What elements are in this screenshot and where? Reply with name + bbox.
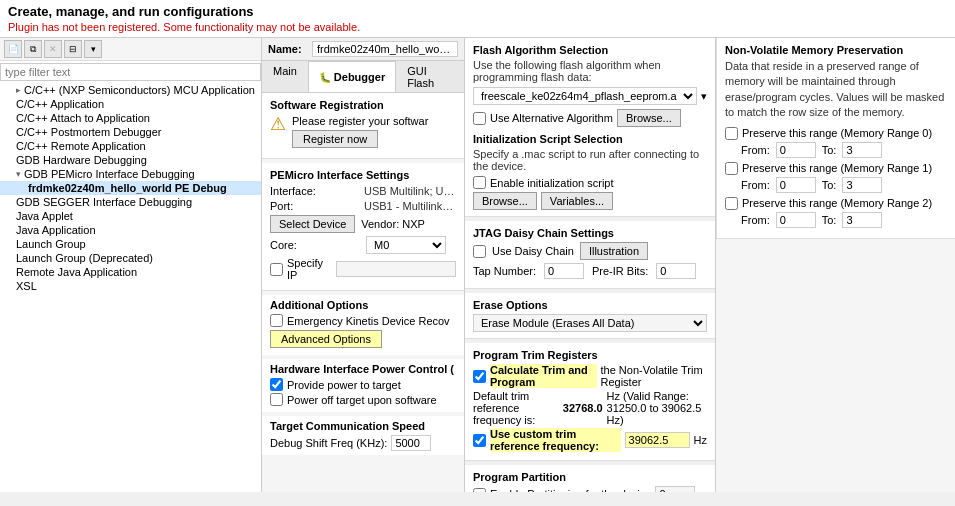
tree-item-label: C/C++ Remote Application: [16, 140, 146, 152]
tree-item-mcu[interactable]: ▸ C/C++ (NXP Semiconductors) MCU Applica…: [0, 83, 261, 97]
browse2-button[interactable]: Browse...: [473, 192, 537, 210]
far-right-columns: Flash Algorithm Selection Use the follow…: [465, 38, 955, 492]
provide-power-checkbox[interactable]: [270, 378, 283, 391]
calculate-trim-checkbox[interactable]: [473, 370, 486, 383]
port-label: Port:: [270, 200, 360, 212]
core-select[interactable]: M0: [366, 236, 446, 254]
name-label: Name:: [268, 43, 308, 55]
nvm-range-0-checkbox[interactable]: [725, 127, 738, 140]
enable-partition-label: Enable Partitioning for the device: [490, 488, 651, 492]
specify-ip-input[interactable]: [336, 261, 456, 277]
interface-label: Interface:: [270, 185, 360, 197]
interface-settings-title: PEMicro Interface Settings: [270, 169, 456, 181]
init-script-checkbox[interactable]: [473, 176, 486, 189]
init-script-title: Initialization Script Selection: [473, 133, 707, 145]
tree-item-java-applet[interactable]: Java Applet: [0, 209, 261, 223]
tree-item-gdb-pemicro[interactable]: ▾ GDB PEMicro Interface Debugging: [0, 167, 261, 181]
power-off-checkbox[interactable]: [270, 393, 283, 406]
new-config-button[interactable]: 📄: [4, 40, 22, 58]
expand-button[interactable]: ▾: [84, 40, 102, 58]
interface-row: Interface: USB Multilink; USB M: [270, 185, 456, 197]
debug-shift-input[interactable]: [391, 435, 431, 451]
tap-number-input[interactable]: [544, 263, 584, 279]
tree-item-cpp-postmortem[interactable]: C/C++ Postmortem Debugger: [0, 125, 261, 139]
tree-item-cpp-app[interactable]: C/C++ Application: [0, 97, 261, 111]
nvm-from-input-2[interactable]: [776, 212, 816, 228]
provide-power-label: Provide power to target: [287, 379, 401, 391]
select-device-button[interactable]: Select Device: [270, 215, 355, 233]
port-row: Port: USB1 - Multilink Uni: [270, 200, 456, 212]
tree-item-label: Java Application: [16, 224, 96, 236]
use-daisy-chain-checkbox[interactable]: [473, 245, 486, 258]
nvm-range-1-checkbox[interactable]: [725, 162, 738, 175]
power-off-label: Power off target upon software: [287, 394, 437, 406]
tree-item-label: Launch Group (Deprecated): [16, 252, 153, 264]
init-script-group: Initialization Script Selection Specify …: [473, 133, 707, 210]
nvm-range-1-text: Preserve this range (Memory Range 1): [742, 162, 932, 174]
emergency-kinetis-row: Emergency Kinetis Device Recov: [270, 314, 456, 327]
tree-item-frdmke[interactable]: frdmke02z40m_hello_world PE Debug: [0, 181, 261, 195]
tree-item-xsl[interactable]: XSL: [0, 279, 261, 293]
erase-dropdown[interactable]: Erase Module (Erases All Data): [473, 314, 707, 332]
nvm-col: Non-Volatile Memory Preservation Data th…: [715, 38, 955, 492]
tree-item-launch-group[interactable]: Launch Group: [0, 237, 261, 251]
advanced-options-button[interactable]: Advanced Options: [270, 330, 382, 348]
illustration-button[interactable]: Illustration: [580, 242, 648, 260]
use-custom-trim-checkbox[interactable]: [473, 434, 486, 447]
tree-item-java-app[interactable]: Java Application: [0, 223, 261, 237]
nvm-range-1-from-to: From: To:: [725, 177, 947, 193]
tree-item-label: GDB PEMicro Interface Debugging: [24, 168, 195, 180]
tab-main[interactable]: Main: [262, 61, 308, 92]
tree-item-gdb-hw[interactable]: GDB Hardware Debugging: [0, 153, 261, 167]
nvm-range-0-text: Preserve this range (Memory Range 0): [742, 127, 932, 139]
tree-item-label: C/C++ Application: [16, 98, 104, 110]
partition-value-input[interactable]: [655, 486, 695, 492]
dropdown-arrow-icon: ▾: [701, 90, 707, 103]
tab-bar: Main 🐛 Debugger GUI Flash: [262, 61, 464, 93]
specify-ip-checkbox[interactable]: [270, 263, 283, 276]
nvm-range-2-checkbox[interactable]: [725, 197, 738, 210]
browse-button[interactable]: Browse...: [617, 109, 681, 127]
flash-algorithm-dropdown[interactable]: freescale_ke02z64m4_pflash_eeprom.a: [473, 87, 697, 105]
nvm-range-0-from-to: From: To:: [725, 142, 947, 158]
nvm-range-2-label: Preserve this range (Memory Range 2): [725, 197, 947, 210]
tree-item-remote-java[interactable]: Remote Java Application: [0, 265, 261, 279]
middle-panel: Name: frdmke02z40m_hello_world P Main 🐛 …: [262, 38, 465, 492]
tree-item-gdb-segger[interactable]: GDB SEGGER Interface Debugging: [0, 195, 261, 209]
nvm-from-input-0[interactable]: [776, 142, 816, 158]
calculate-trim-suffix: the Non-Volatile Trim Register: [601, 364, 708, 388]
register-now-button[interactable]: Register now: [292, 130, 378, 148]
flash-algorithm-title: Flash Algorithm Selection: [473, 44, 707, 56]
nvm-to-input-1[interactable]: [842, 177, 882, 193]
comm-speed-title: Target Communication Speed: [270, 420, 456, 432]
duplicate-config-button[interactable]: ⧉: [24, 40, 42, 58]
delete-config-button[interactable]: ✕: [44, 40, 62, 58]
custom-trim-input[interactable]: [625, 432, 690, 448]
emergency-kinetis-checkbox[interactable]: [270, 314, 283, 327]
registration-warning-content: Please register your softwar Register no…: [292, 115, 428, 148]
vendor-row: Select Device Vendor: NXP: [270, 215, 456, 233]
tree-item-launch-group-deprecated[interactable]: Launch Group (Deprecated): [0, 251, 261, 265]
tree-item-label: GDB Hardware Debugging: [16, 154, 147, 166]
power-off-row: Power off target upon software: [270, 393, 456, 406]
flash-dropdown-row: freescale_ke02z64m4_pflash_eeprom.a ▾: [473, 87, 707, 105]
nvm-from-input-1[interactable]: [776, 177, 816, 193]
pre-ir-input[interactable]: [656, 263, 696, 279]
additional-options-section: Additional Options Emergency Kinetis Dev…: [262, 295, 464, 355]
filter-input[interactable]: [0, 63, 261, 81]
port-value: USB1 - Multilink Uni: [364, 200, 456, 212]
tree-item-cpp-attach[interactable]: C/C++ Attach to Application: [0, 111, 261, 125]
enable-partition-checkbox[interactable]: [473, 488, 486, 493]
init-script-enable-row: Enable initialization script: [473, 176, 707, 189]
tree-item-cpp-remote[interactable]: C/C++ Remote Application: [0, 139, 261, 153]
nvm-to-input-0[interactable]: [842, 142, 882, 158]
filter-button[interactable]: ⊟: [64, 40, 82, 58]
alt-algo-checkbox[interactable]: [473, 112, 486, 125]
flash-algorithm-subtitle: Use the following flash algorithm when p…: [473, 59, 707, 83]
init-script-buttons: Browse... Variables...: [473, 192, 707, 210]
nvm-to-input-2[interactable]: [842, 212, 882, 228]
warning-icon: ⚠: [270, 115, 286, 133]
variables-button[interactable]: Variables...: [541, 192, 613, 210]
tab-gui-flash[interactable]: GUI Flash: [396, 61, 464, 92]
tab-debugger[interactable]: 🐛 Debugger: [308, 61, 396, 92]
